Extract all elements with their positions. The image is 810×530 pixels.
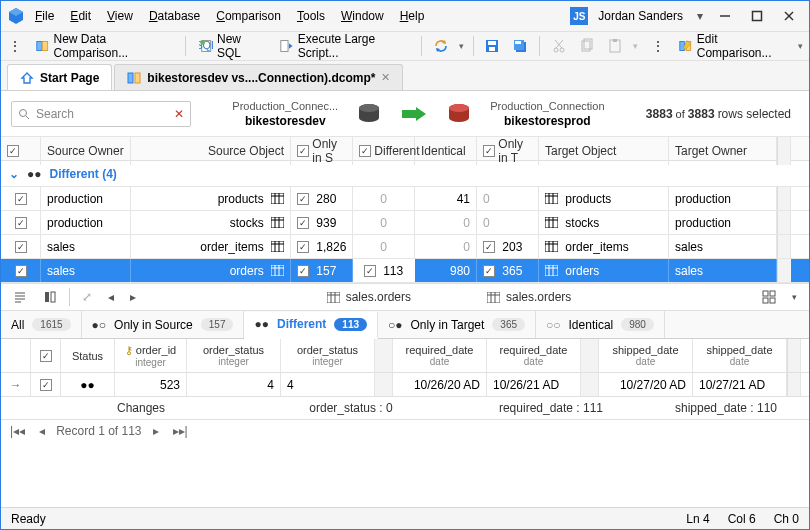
save-all-icon[interactable] bbox=[508, 35, 532, 57]
user-name[interactable]: Jordan Sanders bbox=[592, 9, 689, 23]
menu-view[interactable]: View bbox=[101, 7, 139, 25]
detail-select-all[interactable] bbox=[40, 350, 52, 362]
row-checkbox[interactable] bbox=[15, 193, 27, 205]
row-only-t-chk[interactable] bbox=[483, 265, 495, 277]
filter-all[interactable]: All1615 bbox=[1, 311, 82, 338]
expand-all-icon[interactable]: ⤢ bbox=[78, 288, 96, 306]
next-record-icon[interactable]: ▸ bbox=[150, 424, 162, 438]
col-required-date-t[interactable]: required_datedate bbox=[487, 339, 581, 372]
first-record-icon[interactable]: |◂◂ bbox=[7, 424, 28, 438]
filter-identical[interactable]: ○○Identical980 bbox=[536, 311, 665, 338]
sync-icon[interactable] bbox=[429, 35, 453, 57]
cell-object: stocks bbox=[131, 211, 291, 234]
cell-owner: production bbox=[41, 187, 131, 210]
edit-comparison-button[interactable]: Edit Comparison... bbox=[672, 29, 792, 63]
app-logo-icon bbox=[7, 7, 25, 25]
paste-dropdown-icon[interactable]: ▾ bbox=[631, 41, 640, 51]
filter-only-source[interactable]: ●○Only in Source157 bbox=[82, 311, 245, 338]
row-only-s-chk[interactable] bbox=[297, 265, 309, 277]
row-checkbox[interactable] bbox=[15, 217, 27, 229]
card-view-dropdown-icon[interactable]: ▾ bbox=[788, 290, 801, 304]
row-only-s-chk[interactable] bbox=[297, 241, 309, 253]
cell-target-object: order_items bbox=[539, 235, 669, 258]
col-only-in-t-chk[interactable] bbox=[483, 145, 495, 157]
execute-large-script-button[interactable]: Execute Large Script... bbox=[273, 29, 413, 63]
row-checkbox[interactable] bbox=[15, 265, 27, 277]
group-different[interactable]: ⌄ ●● Different (4) bbox=[1, 161, 809, 187]
col-required-date-s[interactable]: required_datedate bbox=[393, 339, 487, 372]
table-row[interactable]: productionstocks 939000 stocksproduction bbox=[1, 211, 809, 235]
tab-document[interactable]: bikestoresdev vs....Connection).dcomp* ✕ bbox=[114, 64, 403, 90]
svg-rect-44 bbox=[545, 193, 558, 204]
table-row[interactable]: salesorder_items 1,82600 203 order_items… bbox=[1, 235, 809, 259]
col-order-status-t[interactable]: order_statusinteger bbox=[281, 339, 375, 372]
target-db-icon bbox=[446, 103, 472, 125]
menu-comparison[interactable]: Comparison bbox=[210, 7, 287, 25]
last-record-icon[interactable]: ▸▸| bbox=[170, 424, 191, 438]
menu-database[interactable]: Database bbox=[143, 7, 206, 25]
copy-icon[interactable] bbox=[575, 35, 599, 57]
next-diff-icon[interactable]: ▸ bbox=[126, 288, 140, 306]
col-different-chk[interactable] bbox=[359, 145, 371, 157]
svg-rect-52 bbox=[545, 217, 558, 228]
col-order-status-s[interactable]: order_statusinteger bbox=[187, 339, 281, 372]
col-status[interactable]: Status bbox=[72, 350, 103, 362]
tab-start-page[interactable]: Start Page bbox=[7, 64, 112, 90]
row-only-s-chk[interactable] bbox=[297, 193, 309, 205]
col-order-id[interactable]: order_idinteger bbox=[115, 339, 187, 372]
user-dropdown-icon[interactable]: ▾ bbox=[693, 9, 707, 23]
svg-rect-64 bbox=[271, 265, 284, 276]
card-view-icon[interactable] bbox=[758, 288, 780, 306]
table-row[interactable]: salesorders 157 113980 365 orderssales bbox=[1, 259, 809, 283]
menu-tools[interactable]: Tools bbox=[291, 7, 331, 25]
menu-file[interactable]: File bbox=[29, 7, 60, 25]
clear-search-icon[interactable]: ✕ bbox=[174, 107, 184, 121]
row-only-s-chk[interactable] bbox=[297, 217, 309, 229]
detail-row[interactable]: → ●● 523 4 4 10/26/20 AD 10/26/21 AD 10/… bbox=[1, 373, 809, 397]
menu-window[interactable]: Window bbox=[335, 7, 390, 25]
cell-shipped-date-t: 10/27/21 AD bbox=[693, 373, 787, 396]
close-button[interactable] bbox=[775, 5, 803, 27]
source-db-label: Production_Connec... bikestoresdev bbox=[232, 100, 338, 128]
maximize-button[interactable] bbox=[743, 5, 771, 27]
detail-row-checkbox[interactable] bbox=[40, 379, 52, 391]
cell-object: products bbox=[131, 187, 291, 210]
col-shipped-date-s[interactable]: shipped_datedate bbox=[599, 339, 693, 372]
compare-icon bbox=[127, 71, 141, 85]
svg-rect-29 bbox=[680, 41, 685, 50]
svg-rect-32 bbox=[135, 73, 140, 83]
paste-icon[interactable] bbox=[603, 35, 627, 57]
expand-icon[interactable]: ⌄ bbox=[9, 167, 19, 181]
svg-point-39 bbox=[449, 104, 469, 112]
row-only-t-chk[interactable] bbox=[483, 241, 495, 253]
menu-help[interactable]: Help bbox=[394, 7, 431, 25]
menu-edit[interactable]: Edit bbox=[64, 7, 97, 25]
minimize-button[interactable] bbox=[711, 5, 739, 27]
row-indicator-icon: → bbox=[1, 373, 31, 396]
select-all-checkbox[interactable] bbox=[7, 145, 19, 157]
col-shipped-date-t[interactable]: shipped_datedate bbox=[693, 339, 787, 372]
save-icon[interactable] bbox=[480, 35, 504, 57]
tab-close-icon[interactable]: ✕ bbox=[381, 71, 390, 84]
row-checkbox[interactable] bbox=[15, 241, 27, 253]
filter-different[interactable]: ●●Different113 bbox=[244, 312, 378, 339]
new-data-comparison-button[interactable]: New Data Comparison... bbox=[29, 29, 178, 63]
column-view-icon[interactable] bbox=[39, 288, 61, 306]
user-badge: JS bbox=[570, 7, 588, 25]
filter-only-target[interactable]: ○●Only in Target365 bbox=[378, 311, 536, 338]
text-view-icon[interactable] bbox=[9, 288, 31, 306]
toolbar-overflow-icon[interactable]: ▾ bbox=[796, 41, 805, 51]
col-only-in-s-chk[interactable] bbox=[297, 145, 309, 157]
row-diff-chk[interactable] bbox=[364, 265, 376, 277]
svg-rect-6 bbox=[37, 41, 42, 50]
search-placeholder: Search bbox=[36, 107, 74, 121]
table-row[interactable]: productionproducts 2800410 productsprodu… bbox=[1, 187, 809, 211]
prev-diff-icon[interactable]: ◂ bbox=[104, 288, 118, 306]
svg-rect-78 bbox=[327, 292, 340, 303]
new-sql-button[interactable]: SQL New SQL bbox=[193, 29, 270, 63]
prev-record-icon[interactable]: ◂ bbox=[36, 424, 48, 438]
search-input[interactable]: Search ✕ bbox=[11, 101, 191, 127]
sync-dropdown-icon[interactable]: ▾ bbox=[457, 41, 466, 51]
cell-target-owner: production bbox=[669, 211, 777, 234]
cut-icon[interactable] bbox=[547, 35, 571, 57]
